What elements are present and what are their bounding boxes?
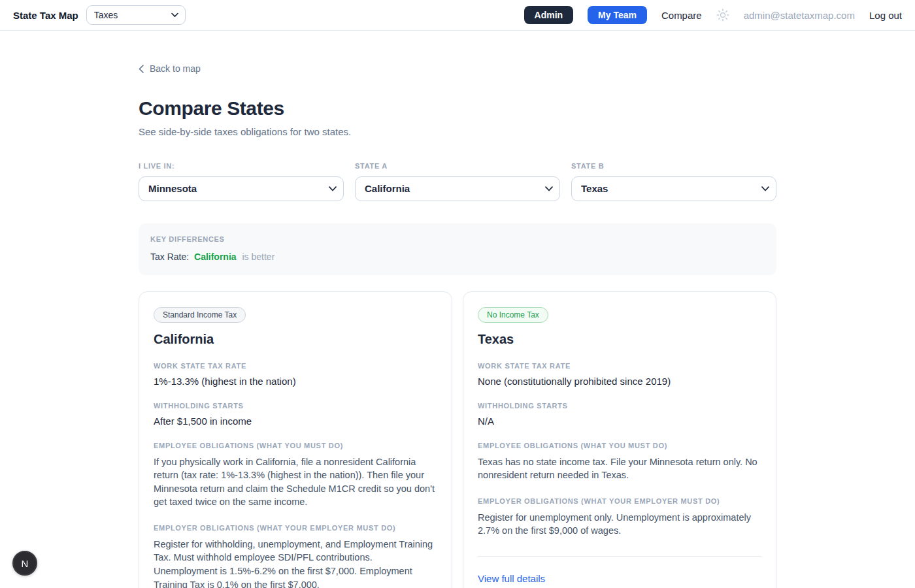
section-select[interactable]: Taxes — [86, 5, 186, 25]
brand-title: State Tax Map — [13, 10, 78, 21]
section-value: None (constitutionally prohibited since … — [478, 376, 761, 387]
section-value: N/A — [478, 416, 761, 427]
page-subtitle: See side-by-side taxes obligations for t… — [139, 126, 776, 137]
back-to-map-link[interactable]: Back to map — [139, 63, 201, 74]
top-navbar: State Tax Map Taxes Admin My Team Compar… — [0, 0, 915, 31]
state-b-select[interactable]: Texas — [571, 176, 776, 201]
floating-n-button[interactable]: N — [12, 551, 37, 576]
i-live-in-label: I LIVE IN: — [139, 162, 344, 170]
compare-nav-link[interactable]: Compare — [661, 10, 702, 21]
state-name: Texas — [478, 332, 761, 347]
page-title: Compare States — [139, 97, 776, 120]
user-email: admin@statetaxmap.com — [744, 10, 855, 21]
back-to-map-label: Back to map — [150, 63, 201, 74]
section-label: EMPLOYER OBLIGATIONS (WHAT YOUR EMPLOYER… — [154, 524, 437, 532]
logout-link[interactable]: Log out — [869, 10, 902, 21]
key-differences-row: Tax Rate: California is better — [150, 252, 765, 262]
chevron-left-icon — [139, 65, 144, 73]
card-divider — [478, 556, 761, 557]
i-live-in-select[interactable]: Minnesota — [139, 176, 344, 201]
section-label: EMPLOYER OBLIGATIONS (WHAT YOUR EMPLOYER… — [478, 497, 761, 505]
no-income-tax-badge: No Income Tax — [478, 307, 548, 323]
section-select-wrap: Taxes — [86, 5, 186, 25]
state-name: California — [154, 332, 437, 347]
comparison-cards: Standard Income Tax California WORK STAT… — [139, 291, 776, 588]
winner-state: California — [194, 252, 237, 262]
section-paragraph: Register for unemployment only. Unemploy… — [478, 511, 761, 538]
state-card-california: Standard Income Tax California WORK STAT… — [139, 291, 452, 588]
winner-suffix: is better — [242, 252, 275, 262]
key-differences-panel: KEY DIFFERENCES Tax Rate: California is … — [139, 223, 776, 275]
section-label: WITHHOLDING STARTS — [478, 402, 761, 410]
section-label: WITHHOLDING STARTS — [154, 402, 437, 410]
metric-label: Tax Rate: — [150, 252, 189, 262]
state-b-label: STATE B — [571, 162, 776, 170]
section-label: EMPLOYEE OBLIGATIONS (WHAT YOU MUST DO) — [478, 442, 761, 449]
income-tax-badge: Standard Income Tax — [154, 307, 246, 323]
section-value: 1%-13.3% (highest in the nation) — [154, 376, 437, 387]
section-label: WORK STATE TAX RATE — [478, 362, 761, 370]
state-a-field: STATE A California — [355, 162, 560, 201]
state-selectors: I LIVE IN: Minnesota STATE A California — [139, 162, 776, 201]
admin-button[interactable]: Admin — [524, 6, 574, 24]
main-content: Back to map Compare States See side-by-s… — [139, 31, 776, 588]
section-value: After $1,500 in income — [154, 416, 437, 427]
section-label: EMPLOYEE OBLIGATIONS (WHAT YOU MUST DO) — [154, 442, 437, 449]
section-paragraph: Register for withholding, unemployment, … — [154, 538, 437, 588]
state-a-label: STATE A — [355, 162, 560, 170]
section-paragraph: If you physically work in California, fi… — [154, 455, 437, 509]
sun-icon[interactable] — [716, 8, 729, 22]
section-paragraph: Texas has no state income tax. File your… — [478, 455, 761, 482]
section-label: WORK STATE TAX RATE — [154, 362, 437, 370]
i-live-in-field: I LIVE IN: Minnesota — [139, 162, 344, 201]
my-team-button[interactable]: My Team — [588, 6, 647, 24]
view-full-details-link[interactable]: View full details — [478, 573, 545, 584]
key-differences-title: KEY DIFFERENCES — [150, 235, 765, 243]
floating-n-label: N — [22, 558, 29, 569]
state-b-field: STATE B Texas — [571, 162, 776, 201]
header-actions: Admin My Team Compare admin@statetaxmap.… — [524, 6, 902, 24]
state-a-select[interactable]: California — [355, 176, 560, 201]
state-card-texas: No Income Tax Texas WORK STATE TAX RATE … — [463, 291, 776, 588]
